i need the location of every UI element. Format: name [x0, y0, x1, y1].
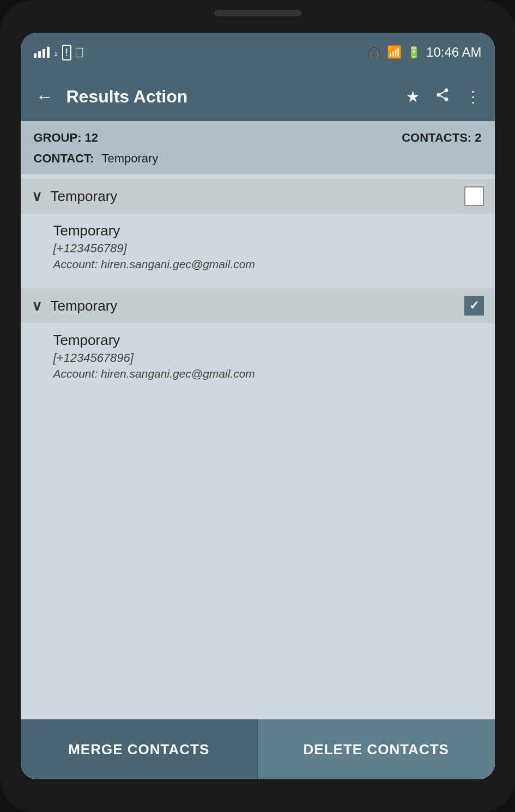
chevron-down-icon-2: ∨	[32, 298, 42, 314]
chevron-down-icon-1: ∨	[32, 188, 42, 205]
contact-group-2: ∨ Temporary ✓ Temporary [+1234567896] Ac…	[21, 288, 495, 389]
phone-notch	[214, 10, 301, 16]
contacts-count: CONTACTS: 2	[402, 131, 481, 145]
signal-bar-1	[34, 53, 37, 58]
wifi-icon: 📶	[387, 45, 402, 59]
main-content: GROUP: 12 CONTACTS: 2 CONTACT: Temporary…	[21, 121, 495, 779]
group-name-1: Temporary	[51, 188, 456, 205]
checkmark-icon: ✓	[469, 299, 479, 313]
contact-name-text: Temporary	[101, 152, 158, 165]
status-bar: ₁ ! ⎕ 🎧 📶 🔋 10:46 AM	[21, 33, 495, 72]
signal-bar-4	[47, 47, 50, 58]
headset-icon: 🎧	[367, 45, 381, 59]
status-time: 10:46 AM	[426, 45, 481, 60]
content-spacer	[21, 393, 495, 719]
phone-frame: ₁ ! ⎕ 🎧 📶 🔋 10:46 AM ← Results Action ★	[0, 0, 515, 812]
signal-bar-3	[43, 49, 45, 58]
signal-bars-icon	[34, 47, 50, 58]
group-name-2: Temporary	[51, 298, 456, 314]
status-left: ₁ ! ⎕	[34, 45, 83, 60]
group-header-1[interactable]: ∨ Temporary	[21, 179, 495, 214]
app-bar-actions: ★ ⋮	[403, 84, 484, 110]
star-button[interactable]: ★	[403, 84, 423, 109]
usb-icon: ⎕	[76, 45, 83, 59]
battery-icon: 🔋	[407, 46, 421, 59]
app-bar: ← Results Action ★ ⋮	[21, 72, 495, 121]
back-button[interactable]: ←	[32, 82, 58, 111]
phone-screen: ₁ ! ⎕ 🎧 📶 🔋 10:46 AM ← Results Action ★	[21, 33, 495, 779]
contact-account-1: Account: hiren.sangani.gec@gmail.com	[53, 258, 484, 271]
app-title: Results Action	[66, 87, 394, 107]
notification-icon: !	[62, 45, 72, 60]
signal-number: ₁	[54, 46, 58, 58]
contact-account-2: Account: hiren.sangani.gec@gmail.com	[53, 367, 484, 380]
delete-contacts-button[interactable]: DELETE CONTACTS	[258, 719, 495, 779]
contact-details-1: Temporary [+123456789] Account: hiren.sa…	[21, 214, 495, 280]
more-button[interactable]: ⋮	[462, 84, 484, 109]
contact-details-2: Temporary [+1234567896] Account: hiren.s…	[21, 323, 495, 389]
contact-name-1: Temporary	[53, 222, 484, 239]
contact-phone-2: [+1234567896]	[53, 351, 484, 365]
bottom-buttons: MERGE CONTACTS DELETE CONTACTS	[21, 719, 495, 779]
contact-group-1: ∨ Temporary Temporary [+123456789] Accou…	[21, 179, 495, 280]
status-right: 🎧 📶 🔋 10:46 AM	[367, 45, 481, 60]
group-header-2[interactable]: ∨ Temporary ✓	[21, 288, 495, 323]
signal-bar-2	[38, 51, 41, 58]
info-bar: GROUP: 12 CONTACTS: 2	[21, 121, 495, 149]
contact-filter-label: CONTACT: Temporary	[21, 149, 495, 174]
checkbox-1[interactable]	[464, 186, 484, 206]
checkbox-2[interactable]: ✓	[464, 296, 484, 316]
share-button[interactable]	[432, 84, 453, 110]
contact-phone-1: [+123456789]	[53, 241, 484, 256]
contact-label-text: CONTACT:	[34, 152, 94, 165]
contact-name-2: Temporary	[53, 332, 484, 349]
merge-contacts-button[interactable]: MERGE CONTACTS	[21, 719, 258, 779]
group-info: GROUP: 12	[34, 131, 99, 145]
